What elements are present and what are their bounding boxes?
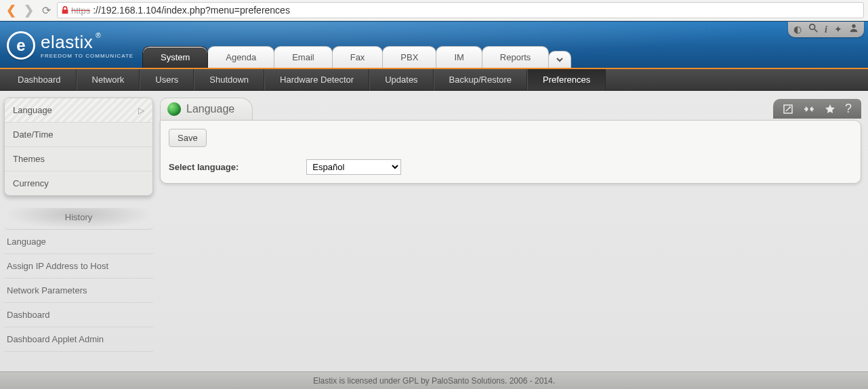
svg-line-1 xyxy=(814,29,817,32)
language-select[interactable]: Español xyxy=(306,159,401,175)
tab-fax[interactable]: Fax xyxy=(332,46,384,68)
history-section: History LanguageAssign IP Address to Hos… xyxy=(4,208,153,352)
brand-mark-icon: e xyxy=(7,31,35,60)
panel-body: Save Select language: Español xyxy=(160,120,861,184)
app-banner: e elastix® FREEDOM TO COMMUNICATE ◐ i ✦ … xyxy=(0,21,868,68)
ssl-warning-icon: https xyxy=(60,5,90,16)
select-language-label: Select language: xyxy=(169,162,239,172)
footer: Elastix is licensed under GPL by PaloSan… xyxy=(0,371,868,389)
svg-point-0 xyxy=(810,24,815,30)
panel-title-tab: Language xyxy=(160,98,253,120)
info-icon[interactable]: i xyxy=(825,23,827,36)
address-bar[interactable]: https ://192.168.1.104/index.php?menu=pr… xyxy=(57,2,864,18)
brand-logo[interactable]: e elastix® FREEDOM TO COMMUNICATE xyxy=(7,31,133,60)
https-label: https xyxy=(71,5,90,16)
theme-icon[interactable]: ◐ xyxy=(793,23,802,36)
secnav-backup-restore[interactable]: Backup/Restore xyxy=(434,69,528,90)
nav-back-icon[interactable]: ❮ xyxy=(4,3,18,17)
secnav-network[interactable]: Network xyxy=(77,69,140,90)
sidebar: Language▷Date/TimeThemesCurrency History… xyxy=(4,98,153,371)
sidebar-item-themes[interactable]: Themes xyxy=(5,146,152,171)
sidebar-menu: Language▷Date/TimeThemesCurrency xyxy=(4,98,153,196)
tab-im[interactable]: IM xyxy=(436,46,482,68)
history-title: History xyxy=(4,208,153,230)
globe-icon xyxy=(167,102,181,116)
brand-tagline: FREEDOM TO COMMUNICATE xyxy=(41,53,133,59)
reload-icon[interactable]: ⟳ xyxy=(39,3,53,17)
chevron-right-icon: ▷ xyxy=(138,106,144,115)
main-panel: Language ? Save Select language: Español xyxy=(160,98,861,371)
tab-pbx[interactable]: PBX xyxy=(382,46,436,68)
address-url[interactable]: ://192.168.1.104/index.php?menu=preferen… xyxy=(93,5,861,16)
save-button[interactable]: Save xyxy=(169,129,207,147)
history-item[interactable]: Dashboard Applet Admin xyxy=(4,327,153,352)
nav-forward-icon[interactable]: ❯ xyxy=(22,3,35,17)
secnav-hardware-detector[interactable]: Hardware Detector xyxy=(264,69,369,90)
content-layout: Language▷Date/TimeThemesCurrency History… xyxy=(0,91,868,371)
sidebar-item-label: Themes xyxy=(13,154,45,164)
sidebar-item-language[interactable]: Language▷ xyxy=(5,98,152,122)
user-icon[interactable] xyxy=(849,23,859,36)
sidebar-item-date-time[interactable]: Date/Time xyxy=(5,122,152,146)
help-icon[interactable]: ? xyxy=(845,102,852,116)
secnav-dashboard[interactable]: Dashboard xyxy=(3,69,77,90)
secondary-nav: DashboardNetworkUsersShutdownHardware De… xyxy=(0,69,868,91)
secnav-updates[interactable]: Updates xyxy=(369,69,433,90)
tab-agenda[interactable]: Agenda xyxy=(207,46,274,68)
history-item[interactable]: Dashboard xyxy=(4,303,153,327)
search-icon[interactable] xyxy=(808,23,818,36)
sidebar-item-label: Date/Time xyxy=(13,129,53,140)
panel-title: Language xyxy=(186,103,234,115)
browser-toolbar: ❮ ❯ ⟳ https ://192.168.1.104/index.php?m… xyxy=(0,0,868,21)
tab-reports[interactable]: Reports xyxy=(482,46,550,68)
history-item[interactable]: Assign IP Address to Host xyxy=(4,254,153,279)
sidebar-item-label: Currency xyxy=(13,178,49,188)
utility-bar: ◐ i ✦ xyxy=(788,22,864,37)
edit-icon[interactable] xyxy=(783,104,793,115)
secnav-preferences[interactable]: Preferences xyxy=(527,69,606,90)
settings-icon[interactable]: ✦ xyxy=(834,23,842,36)
tab-system[interactable]: System xyxy=(142,46,208,68)
panel-tools: ? xyxy=(773,99,861,119)
svg-point-2 xyxy=(852,24,855,28)
secnav-users[interactable]: Users xyxy=(140,69,194,90)
brand-trademark: ® xyxy=(96,32,101,39)
star-icon[interactable] xyxy=(825,104,835,115)
history-item[interactable]: Language xyxy=(4,230,153,254)
history-list: LanguageAssign IP Address to HostNetwork… xyxy=(4,230,153,352)
tab-more-icon[interactable] xyxy=(548,51,571,68)
history-item[interactable]: Network Parameters xyxy=(4,279,153,303)
main-tabs: SystemAgendaEmailFaxPBXIMReports xyxy=(142,45,571,68)
brand-name: elastix xyxy=(41,32,93,52)
tab-email[interactable]: Email xyxy=(274,46,333,68)
secnav-shutdown[interactable]: Shutdown xyxy=(194,69,264,90)
sidebar-item-label: Language xyxy=(13,105,52,115)
sidebar-item-currency[interactable]: Currency xyxy=(5,171,152,195)
collapse-icon[interactable] xyxy=(803,104,815,115)
